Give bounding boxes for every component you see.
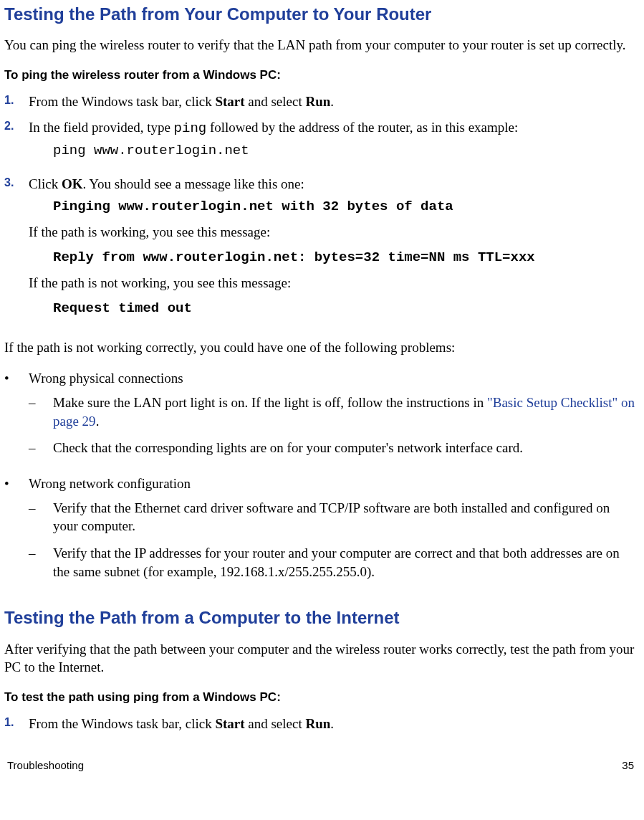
text: In the field provided, type [29, 120, 174, 135]
text: . [96, 414, 100, 429]
bullet-item: • Wrong physical connections – Make sure… [4, 369, 637, 466]
step-body: In the field provided, type ping followe… [29, 118, 637, 168]
step-number: 1. [4, 715, 29, 733]
text: and select [245, 716, 306, 731]
code-block: Pinging www.routerlogin.net with 32 byte… [53, 198, 637, 216]
dash-item: – Verify that the Ethernet card driver s… [29, 499, 637, 535]
dash-body: Make sure the LAN port light is on. If t… [53, 394, 637, 430]
footer-section-name: Troubleshooting [7, 758, 84, 773]
text: Wrong network configuration [29, 475, 637, 493]
text: Click [29, 176, 62, 191]
text: Check that the corresponding lights are … [53, 439, 637, 457]
text-bold: Start [215, 716, 244, 731]
step-body: From the Windows task bar, click Start a… [29, 92, 637, 111]
code-block: Request timed out [53, 300, 637, 318]
step-number: 1. [4, 92, 29, 111]
code-block: ping www.routerlogin.net [53, 142, 637, 161]
step-number: 2. [4, 118, 29, 168]
subhead-section1: To ping the wireless router from a Windo… [4, 67, 637, 84]
subhead-section2: To test the path using ping from a Windo… [4, 690, 637, 706]
bullet-item: • Wrong network configuration – Verify t… [4, 475, 637, 589]
dash-item: – Verify that the IP addresses for your … [29, 544, 637, 581]
dash-marker: – [29, 544, 53, 581]
bullet-marker: • [4, 475, 29, 589]
text: Make sure the LAN port light is on. If t… [53, 395, 487, 410]
page-footer: Troubleshooting 35 [4, 758, 637, 773]
list-item: 1. From the Windows task bar, click Star… [4, 715, 637, 733]
text: From the Windows task bar, click [29, 94, 215, 109]
text: From the Windows task bar, click [29, 716, 215, 731]
heading-section2: Testing the Path from a Computer to the … [4, 606, 637, 629]
dash-marker: – [29, 394, 53, 430]
bullet-body: Wrong physical connections – Make sure t… [29, 369, 637, 466]
text-code: ping [174, 120, 207, 136]
text: . [330, 94, 334, 109]
bullet-marker: • [4, 369, 29, 466]
heading-section1: Testing the Path from Your Computer to Y… [4, 3, 637, 26]
text: and select [245, 94, 306, 109]
text: . [330, 716, 334, 731]
text: . You should see a message like this one… [82, 176, 304, 191]
list-item: 1. From the Windows task bar, click Star… [4, 92, 637, 111]
text: If the path is working, you see this mes… [29, 223, 637, 242]
text: Verify that the IP addresses for your ro… [53, 544, 637, 581]
intro-section2: After verifying that the path between yo… [4, 640, 637, 677]
bullet-body: Wrong network configuration – Verify tha… [29, 475, 637, 589]
text: If the path is not working, you see this… [29, 274, 637, 292]
list-item: 2. In the field provided, type ping foll… [4, 118, 637, 168]
page-content: Testing the Path from Your Computer to Y… [0, 0, 644, 788]
text: Verify that the Ethernet card driver sof… [53, 499, 637, 535]
step-body: Click OK. You should see a message like … [29, 175, 637, 325]
dash-marker: – [29, 439, 53, 457]
text: followed by the address of the router, a… [206, 120, 518, 135]
dash-marker: – [29, 499, 53, 535]
text: Wrong physical connections [29, 369, 637, 388]
dash-item: – Check that the corresponding lights ar… [29, 439, 637, 457]
text-bold: OK [62, 176, 83, 191]
code-block: Reply from www.routerlogin.net: bytes=32… [53, 249, 637, 267]
list-item: 3. Click OK. You should see a message li… [4, 175, 637, 325]
step-body: From the Windows task bar, click Start a… [29, 715, 637, 733]
dash-item: – Make sure the LAN port light is on. If… [29, 394, 637, 430]
ordered-list-1: 1. From the Windows task bar, click Star… [4, 92, 637, 325]
footer-page-number: 35 [622, 758, 634, 773]
step-number: 3. [4, 175, 29, 325]
text-bold: Run [305, 94, 330, 109]
intro-section1: You can ping the wireless router to veri… [4, 36, 637, 54]
ordered-list-2: 1. From the Windows task bar, click Star… [4, 715, 637, 733]
paragraph: If the path is not working correctly, yo… [4, 338, 637, 357]
text-bold: Start [215, 94, 244, 109]
text-bold: Run [305, 716, 330, 731]
